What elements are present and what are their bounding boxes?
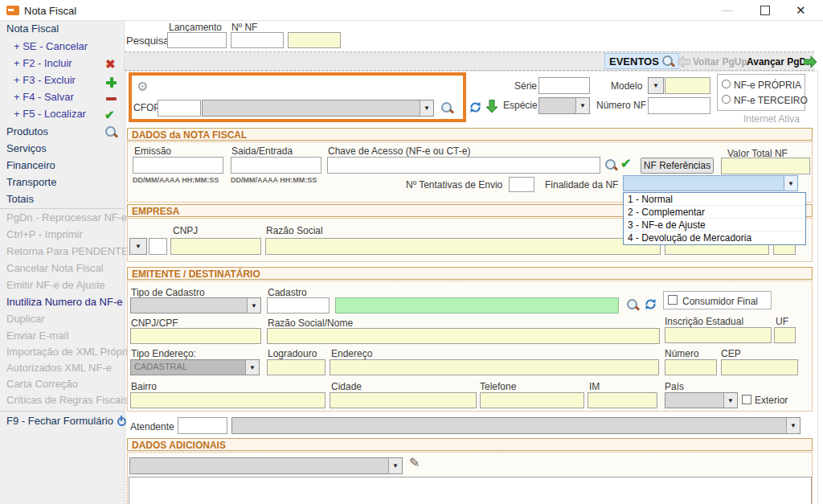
cep-input[interactable] xyxy=(721,359,798,375)
dados-adicionais-select[interactable]: ▼ xyxy=(129,457,403,474)
cidade-input[interactable] xyxy=(330,392,477,408)
nfe-propria-radio[interactable] xyxy=(722,80,731,88)
sidebar-item-servicos[interactable]: Serviços xyxy=(0,142,125,158)
cadastro-input[interactable] xyxy=(267,297,330,313)
cfop-label: CFOP xyxy=(133,102,160,113)
numero-input[interactable] xyxy=(665,359,717,375)
sidebar-item-cancelar[interactable]: + SE - Cancelar xyxy=(0,40,125,56)
minimize-button[interactable]: — xyxy=(722,3,733,16)
chevron-down-icon: ▼ xyxy=(575,98,589,113)
saida-entrada-label: Saida/Entrada xyxy=(231,145,293,157)
sidebar-item-duplicar: Duplicar xyxy=(0,313,125,329)
section-dados-nf: DADOS da NOTA FISCAL xyxy=(127,128,813,141)
emissao-input[interactable] xyxy=(133,157,223,174)
nfe-terceiro-radio[interactable] xyxy=(722,95,731,104)
sidebar-item-fechar-formulario[interactable]: F9 - Fechar Formulário xyxy=(0,415,125,431)
empresa-cnpj-input[interactable] xyxy=(170,238,261,255)
sidebar-item-inutiliza-numero[interactable]: Inutiliza Numero da NF-e xyxy=(0,296,125,312)
empresa-select[interactable]: ▼ xyxy=(129,238,147,255)
saida-entrada-input[interactable] xyxy=(231,157,321,174)
logradouro-input[interactable] xyxy=(267,359,326,375)
sidebar-item-totais[interactable]: Totais xyxy=(0,193,125,209)
cfop-search-icon[interactable] xyxy=(441,102,453,114)
sidebar-item-emitir-ajuste: Emitir NF-e de Ajuste xyxy=(0,279,125,295)
arrow-left-icon xyxy=(678,56,690,68)
exterior-checkbox[interactable] xyxy=(742,395,751,404)
tipo-cadastro-select[interactable]: ▼ xyxy=(130,297,261,313)
cadastro-refresh-icon[interactable] xyxy=(645,298,657,310)
arrow-right-icon[interactable] xyxy=(804,56,817,68)
pais-label: País xyxy=(665,381,684,392)
modelo-input[interactable] xyxy=(665,77,710,94)
especie-label: Espécie xyxy=(503,100,538,111)
bairro-input[interactable] xyxy=(130,392,326,408)
sidebar-item-produtos[interactable]: Produtos xyxy=(0,125,125,141)
gear-icon[interactable]: ⚙ xyxy=(137,79,148,94)
finalidade-option-normal[interactable]: 1 - Normal xyxy=(624,193,805,206)
cadastro-nome-input[interactable] xyxy=(335,297,619,313)
im-input[interactable] xyxy=(588,392,657,408)
sidebar-item-financeiro[interactable]: Financeiro xyxy=(0,159,125,175)
cfop-input[interactable] xyxy=(158,100,201,117)
modelo-select[interactable]: ▼ xyxy=(648,77,664,94)
edit-pencil-icon[interactable]: ✎ xyxy=(409,455,420,470)
uf-label: UF xyxy=(776,316,788,327)
chevron-down-icon: ▼ xyxy=(130,239,146,254)
sidebar-item-salvar[interactable]: + F4 - Salvar xyxy=(0,91,125,107)
tipo-endereco-select[interactable]: CADASTRAL ▼ xyxy=(130,359,260,375)
telefone-input[interactable] xyxy=(480,392,584,408)
empresa-razao-input[interactable] xyxy=(265,238,661,255)
lancamento-input[interactable] xyxy=(167,32,227,48)
tentativas-input[interactable] xyxy=(509,177,534,192)
close-button[interactable]: ✕ xyxy=(796,3,806,18)
sidebar-item-retorna-pendente: Retorna Para PENDENTE xyxy=(0,245,125,261)
search-extra-input[interactable] xyxy=(288,32,341,48)
cnpj-cpf-input[interactable] xyxy=(130,328,261,344)
cfop-select[interactable]: ▼ xyxy=(202,100,434,117)
chevron-down-icon: ▼ xyxy=(649,78,663,93)
sidebar-item-localizar[interactable]: + F5 - Localizar xyxy=(0,108,125,124)
maximize-button[interactable] xyxy=(760,6,770,15)
nfe-propria-label: NF-e PRÓPRIA xyxy=(734,80,801,91)
sidebar-item-nota-fiscal[interactable]: Nota Fiscal xyxy=(0,23,125,39)
sidebar-item-autorizados-xml: Autorizados XML NF-e xyxy=(0,362,125,378)
eventos-button[interactable]: EVENTOS xyxy=(604,53,679,69)
chave-acesso-label: Chave de Acesso (NF-e ou CT-e) xyxy=(328,145,470,157)
chevron-down-icon: ▼ xyxy=(247,298,260,313)
sidebar-item-incluir[interactable]: + F2 - Incluir xyxy=(0,57,125,73)
numero-nf-input[interactable] xyxy=(648,97,710,114)
finalidade-option-devolucao[interactable]: 4 - Devolução de Mercadoria xyxy=(624,232,805,244)
razao-nome-input[interactable] xyxy=(267,328,660,344)
uf-input[interactable] xyxy=(774,327,796,343)
numero-label: Número xyxy=(665,348,699,359)
valor-total-input[interactable] xyxy=(721,158,810,174)
arrow-down-icon[interactable] xyxy=(486,100,497,113)
refresh-icon[interactable] xyxy=(469,101,481,113)
atendente-input[interactable] xyxy=(178,417,227,434)
power-icon xyxy=(117,417,126,426)
app-logo-icon xyxy=(6,6,19,15)
lancamento-label: Lançamento xyxy=(169,22,222,33)
sidebar-item-excluir[interactable]: + F3 - Excluir xyxy=(0,74,125,90)
serie-input[interactable] xyxy=(538,77,590,94)
nota-fiscal-window: Nota Fiscal — ✕ Nota Fiscal + SE - Cance… xyxy=(0,0,823,504)
nf-referencias-button[interactable]: NF Referências xyxy=(641,158,714,174)
chave-check-icon[interactable]: ✔ xyxy=(620,156,631,171)
cadastro-search-icon[interactable] xyxy=(627,299,639,311)
finalidade-option-complementar[interactable]: 2 - Complementar xyxy=(624,206,805,219)
finalidade-option-ajuste[interactable]: 3 - NF-e de Ajuste xyxy=(624,219,805,232)
atendente-select[interactable]: ▼ xyxy=(231,417,800,434)
chave-acesso-input[interactable] xyxy=(327,157,600,174)
pais-select[interactable]: ▼ xyxy=(665,392,738,408)
endereco-input[interactable] xyxy=(330,359,659,375)
dados-adicionais-textarea[interactable] xyxy=(129,477,812,504)
finalidade-select[interactable]: ▼ xyxy=(623,175,798,191)
consumidor-final-checkbox[interactable] xyxy=(668,295,678,305)
nf-number-input[interactable] xyxy=(231,32,284,48)
chave-search-icon[interactable] xyxy=(605,159,617,171)
empresa-code-input[interactable] xyxy=(149,238,167,255)
avancar-pgdn-button[interactable]: Avançar PgDn xyxy=(747,56,813,68)
especie-select[interactable]: ▼ xyxy=(538,97,590,114)
inscricao-estadual-input[interactable] xyxy=(665,327,772,343)
sidebar-item-transporte[interactable]: Transporte xyxy=(0,176,125,192)
